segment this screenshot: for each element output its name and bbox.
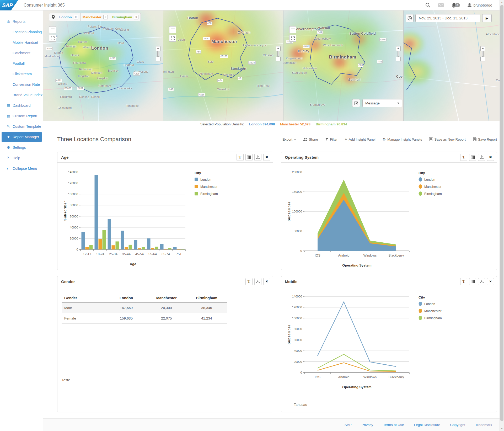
user-menu[interactable]: brunoborgo — [467, 3, 492, 7]
zoom-slider[interactable] — [482, 51, 484, 57]
footer-link[interactable]: Legal Disclosure — [414, 423, 440, 427]
search-icon[interactable] — [425, 2, 431, 8]
manage-insight-panels-button[interactable]: ⚙ Manage Insight Panels — [383, 137, 422, 141]
footer-link[interactable]: Copyright — [450, 423, 465, 427]
people-icon — [303, 138, 307, 141]
svg-text:120000: 120000 — [292, 306, 302, 309]
scroll-up-arrow[interactable]: ▲ — [500, 1, 504, 3]
sidebar-item-mobile-handset[interactable]: Mobile Handset — [0, 37, 43, 48]
table-view-button[interactable] — [245, 154, 253, 161]
remove-location-button[interactable]: X — [74, 15, 78, 19]
zoom-out-button[interactable]: − — [480, 57, 485, 61]
zoom-out-button[interactable]: − — [396, 57, 401, 61]
sidebar-item-clickstream[interactable]: Clickstream — [0, 69, 43, 79]
svg-text:Manchester: Manchester — [424, 309, 441, 313]
sidebar-item-settings[interactable]: ⚙Settings — [0, 142, 43, 153]
zoom-in-button[interactable]: + — [396, 46, 401, 51]
sidebar-item-conversion-rate[interactable]: Conversion Rate — [0, 79, 43, 90]
town-label: Wilmslow — [217, 88, 229, 91]
remove-location-button[interactable]: X — [134, 15, 138, 19]
expand-icon — [51, 36, 55, 40]
text-annotation-button[interactable]: T — [460, 154, 467, 161]
date-range-input[interactable] — [415, 14, 480, 22]
share-button[interactable]: Share — [303, 137, 318, 141]
svg-text:Operating System: Operating System — [342, 385, 371, 389]
panel-note: Teste — [62, 378, 70, 382]
zoom-in-button[interactable]: + — [276, 46, 281, 51]
density-label: Selected Population Density: — [200, 122, 244, 126]
text-annotation-button[interactable]: T — [245, 278, 253, 285]
close-panel-button[interactable]: ✖ — [487, 154, 494, 161]
mail-icon[interactable] — [438, 2, 444, 8]
download-button[interactable] — [478, 278, 485, 285]
download-button[interactable] — [254, 278, 261, 285]
footer-link[interactable]: Trademark — [475, 423, 492, 427]
save-as-new-report-button[interactable]: Save as New Report — [429, 137, 466, 141]
message-dropdown[interactable]: Message — [362, 99, 402, 107]
sidebar-item-reports[interactable]: ◎Reports — [0, 16, 43, 27]
location-tag-london[interactable]: London X — [57, 13, 81, 21]
annotate-button[interactable] — [352, 99, 360, 107]
zoom-slider[interactable] — [398, 51, 399, 57]
footer: SAPPrivacyTerms of UseLegal DisclosureCo… — [43, 418, 504, 431]
scroll-down-arrow[interactable]: ▼ — [500, 428, 504, 430]
save-report-button[interactable]: Save Report — [473, 137, 497, 141]
map-birmingham[interactable]: WolverhamptonWalsallSutton ColdfieldWedn… — [283, 10, 404, 121]
list-icon — [171, 28, 175, 31]
sidebar-item-catchment[interactable]: Catchment — [0, 48, 43, 58]
message-control: Message — [352, 99, 402, 107]
close-panel-button[interactable]: ✖ — [263, 154, 270, 161]
density-value: Birmingham 96,834 — [316, 122, 347, 126]
map-layers-button[interactable] — [49, 26, 56, 33]
sidebar-item-dashboard[interactable]: ▦Dashboard — [0, 100, 43, 111]
close-panel-button[interactable]: ✖ — [263, 278, 270, 285]
sidebar-item-custom-template[interactable]: ✎Custom Template — [0, 121, 43, 132]
sidebar-item-brand-value-index[interactable]: Brand Value Index — [0, 90, 43, 100]
text-annotation-button[interactable]: T — [237, 154, 244, 161]
sidebar-item-location-planning[interactable]: Location Planning — [0, 27, 43, 37]
download-button[interactable] — [478, 154, 485, 161]
zoom-in-button[interactable]: + — [480, 46, 485, 51]
play-button[interactable]: ▶ — [482, 14, 492, 22]
export-button[interactable]: Export — [282, 137, 296, 141]
zoom-out-button[interactable]: − — [276, 57, 281, 61]
map-layers-button[interactable] — [169, 26, 176, 33]
vertical-scrollbar[interactable]: ▲ ▼ — [500, 0, 504, 431]
filter-button[interactable]: Filter — [325, 137, 338, 141]
footer-link[interactable]: Privacy — [362, 423, 373, 427]
sidebar-item-collapse-menu[interactable]: ‹Collapse Menu — [0, 163, 43, 174]
clock-icon[interactable] — [406, 14, 414, 22]
sidebar-item-custom-report[interactable]: ▤Custom Report — [0, 111, 43, 121]
sidebar-item-footfall[interactable]: Footfall — [0, 58, 43, 69]
footer-link[interactable]: Terms of Use — [383, 423, 404, 427]
text-annotation-button[interactable]: T — [460, 278, 467, 285]
map-manchester[interactable]: BoltonOldhamLeighManchesterAshton-under-… — [163, 10, 283, 121]
table-view-button[interactable] — [469, 278, 476, 285]
sidebar-item-help[interactable]: ?Help — [0, 153, 43, 163]
map-london[interactable]: Potters BarWaltham CrossEppingWatfordHar… — [43, 10, 163, 121]
close-panel-button[interactable]: ✖ — [487, 278, 494, 285]
svg-text:Android: Android — [338, 375, 349, 379]
zoom-out-button[interactable]: − — [156, 57, 160, 61]
map-east-partial[interactable]: AtherstoneCoventry A5148 ▶ + − — [404, 10, 504, 121]
notifications[interactable]: 6 — [451, 2, 460, 8]
map-fullscreen-button[interactable] — [169, 35, 176, 42]
density-value: Manchester 52,078 — [280, 122, 310, 126]
remove-location-button[interactable]: X — [103, 15, 108, 19]
map-layers-button[interactable] — [289, 26, 296, 33]
town-label: Woking — [58, 82, 67, 85]
zoom-slider[interactable] — [277, 51, 279, 57]
map-fullscreen-button[interactable] — [289, 35, 296, 42]
location-tag-manchester[interactable]: Manchester X — [81, 13, 110, 21]
footer-link[interactable]: SAP — [345, 423, 352, 427]
add-insight-panel-button[interactable]: + Add Insight Panel — [345, 137, 375, 142]
town-label: West Bromwich — [323, 44, 343, 47]
map-fullscreen-button[interactable] — [49, 35, 56, 42]
zoom-slider[interactable] — [157, 51, 159, 57]
table-view-button[interactable] — [469, 154, 476, 161]
location-tag-birmingham[interactable]: Birmingham X — [110, 13, 141, 21]
scrollbar-thumb[interactable] — [500, 5, 503, 421]
download-button[interactable] — [254, 154, 261, 161]
sidebar-item-report-manager[interactable]: ★Report Manager — [2, 132, 42, 142]
zoom-in-button[interactable]: + — [156, 46, 160, 51]
